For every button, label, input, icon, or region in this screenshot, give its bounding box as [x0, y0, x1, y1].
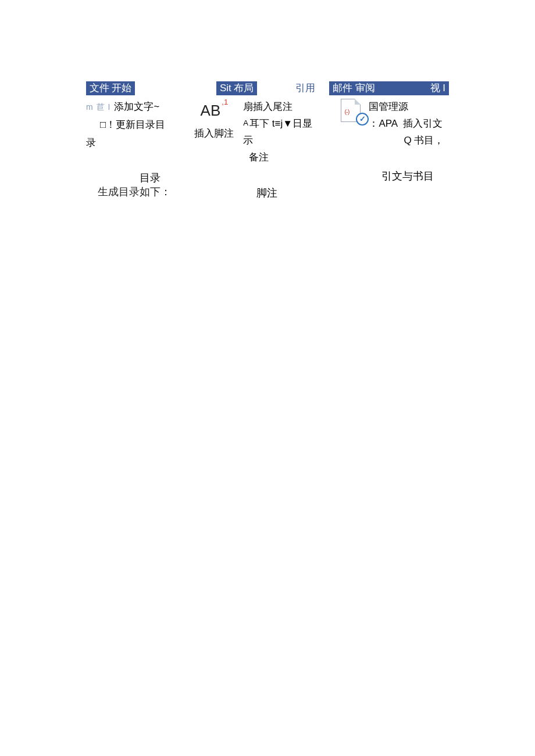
group-citations-label: 引文与书目 — [366, 168, 449, 185]
tab-review[interactable]: 审阅 — [355, 83, 375, 94]
tab-file-home[interactable]: 文件 开始 — [86, 81, 135, 95]
group-citations: (-) ✓ 国管理源 ：APA 插入引文 Q 书目， 引文与书目 — [341, 99, 449, 201]
tab-layout-group[interactable]: Sit 布局 — [216, 81, 257, 95]
ribbon-tabs: 文件 开始 Sit 布局 引用 邮件 审阅 视 I — [86, 81, 449, 95]
group-footnotes: AB,1 插入脚注 扇插入尾注 A耳下 t≡j▼日显示 备注 脚注 — [194, 99, 318, 201]
toc-icon-text: m 苣 I — [86, 101, 110, 113]
toc-lu: 录 — [86, 137, 96, 148]
insert-footnote-icon[interactable]: AB — [201, 99, 221, 123]
bibliography-button[interactable]: Q 书目 — [404, 135, 434, 146]
tab-view[interactable]: 视 I — [430, 81, 445, 95]
insert-footnote-label[interactable]: 插入脚注 — [194, 126, 234, 141]
tab-references-label: 引用 — [295, 81, 315, 95]
next-footnote-button[interactable]: A耳下 t≡j▼日显示 — [243, 116, 318, 149]
insert-citation-icon[interactable]: (-) ✓ — [341, 99, 365, 123]
ribbon: 文件 开始 Sit 布局 引用 邮件 审阅 视 I m 苣 I 添加文字~ — [86, 81, 449, 201]
insert-endnote-button[interactable]: 扇插入尾注 — [243, 99, 293, 116]
add-text-button[interactable]: 添加文字~ — [114, 99, 159, 114]
citation-style-row[interactable]: ：APA 插入引文 — [369, 116, 444, 132]
insert-citation-button[interactable]: 插入引文 — [403, 118, 443, 129]
tab-file[interactable]: 文件 — [90, 81, 109, 95]
tab-mail-review-view[interactable]: 邮件 审阅 视 I — [329, 81, 449, 95]
style-value: APA — [379, 118, 398, 129]
document-body-text: 生成目录如下： — [98, 185, 171, 199]
footnote-sup: ,1 — [222, 98, 228, 106]
tab-layout[interactable]: 布局 — [234, 81, 254, 95]
manage-sources-button[interactable]: 国管理源 — [369, 99, 444, 116]
tab-mail[interactable]: 邮件 — [333, 83, 352, 94]
tab-sit: Sit — [220, 81, 231, 95]
show-notes-button[interactable]: 备注 — [249, 149, 269, 166]
tab-references-active[interactable]: 引用 — [292, 81, 319, 95]
update-toc-button[interactable]: □！更新目录目 — [100, 117, 165, 132]
group-toc-label: 目录 — [112, 170, 188, 187]
tab-home[interactable]: 开始 — [112, 81, 131, 95]
group-footnotes-label: 脚注 — [215, 185, 318, 202]
